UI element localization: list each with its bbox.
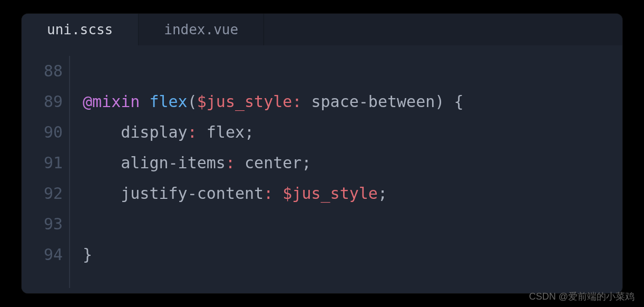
value-token: flex [197,123,245,141]
colon-token: : [226,154,235,172]
tab-uni-scss[interactable]: uni.scss [22,14,139,45]
tab-index-vue[interactable]: index.vue [139,14,264,45]
colon-token: : [264,184,273,203]
line-number: 90 [22,117,63,148]
line-number: 94 [22,239,63,270]
code-line-88[interactable] [83,56,622,87]
brace-token: { [444,92,463,111]
indent [83,184,121,203]
tabs-bar: uni.scss index.vue [22,14,622,45]
brace-token: } [83,245,92,264]
value-token: space-between [301,92,435,111]
code-line-93[interactable] [83,209,622,239]
colon-token: : [188,123,197,141]
tab-label: uni.scss [47,22,113,37]
property-token: align-items [121,154,226,172]
indent [83,154,121,172]
value-token: center [235,154,301,172]
line-number: 91 [22,148,63,178]
code-line-91[interactable]: align-items: center; [83,148,622,178]
tab-label: index.vue [164,22,238,37]
line-gutter: 88 89 90 91 92 93 94 [22,45,69,293]
line-number: 89 [22,87,63,117]
code-editor: uni.scss index.vue 88 89 90 91 92 93 94 … [22,14,622,293]
colon-token: : [292,92,301,111]
code-content[interactable]: @mixin flex($jus_style: space-between) {… [70,45,622,293]
code-area[interactable]: 88 89 90 91 92 93 94 @mixin flex($jus_st… [22,45,622,293]
keyword-token: @mixin [83,92,140,111]
code-line-92[interactable]: justify-content: $jus_style; [83,178,622,209]
paren-token: ) [435,92,444,111]
variable-token: $jus_style [273,184,378,203]
paren-token: ( [188,92,197,111]
property-token: display [121,123,187,141]
watermark: CSDN @爱前端的小菜鸡 [529,290,635,303]
semi-token: ; [378,184,387,203]
code-line-89[interactable]: @mixin flex($jus_style: space-between) { [83,87,622,117]
semi-token: ; [245,123,254,141]
function-token: flex [149,92,187,111]
line-number: 92 [22,178,63,209]
code-line-94[interactable]: } [83,239,622,270]
code-line-90[interactable]: display: flex; [83,117,622,148]
semi-token: ; [301,154,311,172]
line-number: 88 [22,56,63,87]
property-token: justify-content [121,184,264,203]
indent [83,123,121,141]
variable-token: $jus_style [197,92,292,111]
line-number: 93 [22,209,63,239]
